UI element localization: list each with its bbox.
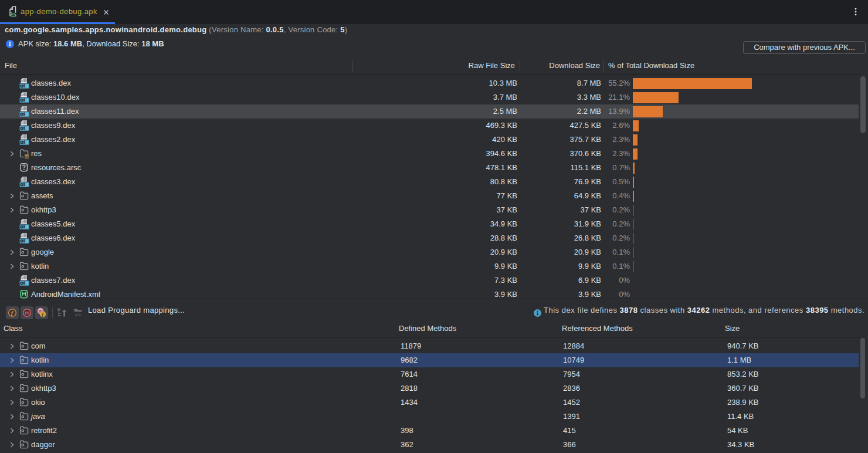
svg-text:a.b: a.b [75,313,81,317]
svg-text:m: m [25,310,29,316]
